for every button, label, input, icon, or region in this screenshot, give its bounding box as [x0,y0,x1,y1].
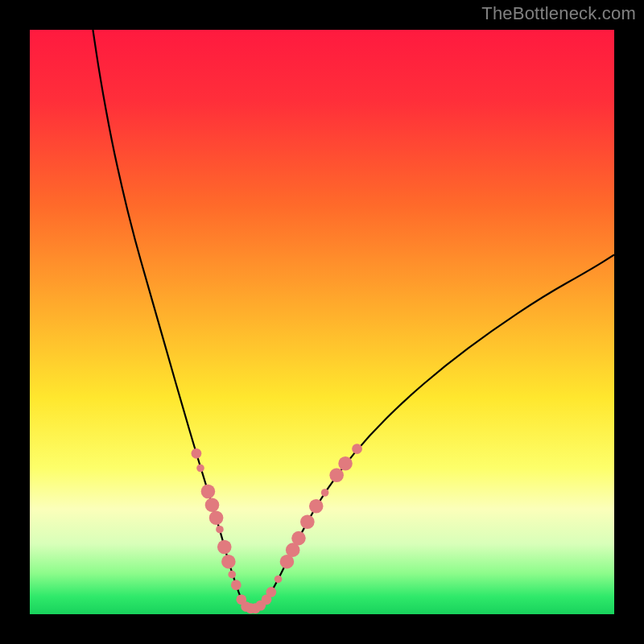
marker-dot [221,555,236,569]
marker-dot [196,464,204,473]
chart-frame: TheBottleneck.com [0,0,644,644]
marker-dot [266,587,276,597]
marker-dot [321,489,329,497]
marker-dot [309,499,324,514]
marker-dot [205,497,220,512]
marker-dot [300,515,315,530]
marker-dot [192,448,202,459]
marker-dot [201,485,216,499]
bottleneck-chart [30,30,614,614]
marker-dot [352,444,362,454]
marker-dot [228,571,236,579]
marker-dot [338,456,353,471]
marker-dot [209,510,224,525]
marker-dot [275,576,283,584]
gradient-background [30,30,614,614]
marker-dot [291,531,306,546]
marker-dot [231,580,242,590]
plot-area [30,30,614,614]
marker-dot [217,540,232,555]
marker-dot [216,526,224,534]
marker-dot [329,468,344,482]
watermark-text: TheBottleneck.com [481,3,636,24]
